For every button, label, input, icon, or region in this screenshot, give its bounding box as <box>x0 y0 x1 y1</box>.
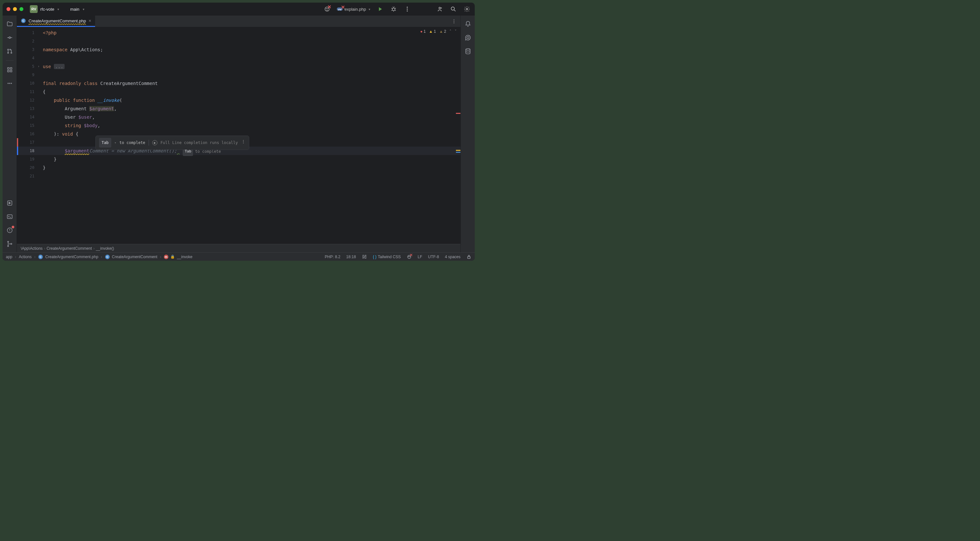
tab-close-icon[interactable]: × <box>89 18 91 23</box>
project-name[interactable]: rfc-vote <box>40 7 54 12</box>
chevron-right-icon: › <box>101 255 102 259</box>
maximize-window-button[interactable] <box>19 7 23 11</box>
svg-point-46 <box>408 256 409 257</box>
notifications-tool-icon[interactable] <box>461 18 474 30</box>
nav-segment[interactable]: CreateArgumentComment <box>46 246 92 251</box>
line-number: 5› <box>17 62 40 71</box>
readonly-toggle-icon[interactable] <box>466 254 471 259</box>
svg-point-12 <box>439 7 441 9</box>
line-number: 19 <box>17 155 40 163</box>
svg-point-17 <box>8 52 8 53</box>
svg-point-37 <box>243 140 244 141</box>
nav-segment[interactable]: \App\Actions <box>21 246 43 251</box>
prettier-icon[interactable] <box>362 254 367 259</box>
close-window-button[interactable] <box>6 7 10 11</box>
svg-point-36 <box>453 22 455 23</box>
svg-point-35 <box>453 21 455 22</box>
problems-tool-icon[interactable] <box>3 224 16 236</box>
folded-region[interactable]: ... <box>54 64 65 69</box>
window-controls <box>6 7 23 11</box>
breadcrumb-segment[interactable]: app <box>6 255 12 259</box>
file-encoding[interactable]: UTF-8 <box>428 255 439 259</box>
line-number: 11 <box>17 87 40 96</box>
ai-chat-tool-icon[interactable] <box>461 32 474 43</box>
debug-button[interactable] <box>390 5 398 13</box>
line-number: 21 <box>17 172 40 180</box>
run-button[interactable] <box>376 5 384 13</box>
indent-setting[interactable]: 4 spaces <box>445 255 460 259</box>
chevron-right-icon: › <box>44 246 45 251</box>
line-number: 1 <box>17 29 40 37</box>
ai-assistant-icon[interactable] <box>323 5 331 13</box>
commit-tool-icon[interactable] <box>3 32 16 43</box>
svg-point-30 <box>8 246 8 246</box>
error-stripe[interactable] <box>456 27 460 244</box>
run-config-dropdown-icon[interactable]: ▾ <box>369 8 370 11</box>
php-class-icon: C <box>38 254 43 259</box>
cursor-position[interactable]: 18:18 <box>346 255 356 259</box>
terminal-tool-icon[interactable] <box>3 211 16 222</box>
more-actions-icon[interactable] <box>403 5 411 13</box>
settings-icon[interactable] <box>463 5 471 13</box>
chevron-right-icon: › <box>34 255 35 259</box>
php-version[interactable]: PHP: 8.2 <box>325 255 340 259</box>
vcs-tool-icon[interactable] <box>3 238 16 250</box>
svg-point-31 <box>11 243 12 244</box>
breadcrumb-segment[interactable]: CreateArgumentComment.php <box>45 255 98 259</box>
svg-point-23 <box>8 83 8 84</box>
breadcrumb-segment[interactable]: Actions <box>19 255 32 259</box>
branch-name[interactable]: main <box>70 7 79 12</box>
breadcrumb-segment[interactable]: CreateArgumentComment <box>112 255 158 259</box>
svg-point-39 <box>243 143 244 143</box>
project-avatar: RV <box>30 5 38 13</box>
svg-point-25 <box>11 83 12 84</box>
lock-icon: 🔒 <box>170 255 175 259</box>
search-icon[interactable] <box>449 5 457 13</box>
method-icon: m <box>164 255 169 259</box>
line-number: 13 <box>17 105 40 113</box>
svg-point-14 <box>466 8 468 10</box>
local-completion-icon: ◐ <box>152 140 158 145</box>
line-number: 20 <box>17 163 40 172</box>
svg-point-24 <box>9 83 10 84</box>
svg-point-38 <box>243 141 244 142</box>
php-file-icon: php <box>337 7 343 11</box>
svg-point-29 <box>8 241 8 242</box>
ai-status-icon[interactable] <box>407 254 412 259</box>
tailwind-status[interactable]: { }Tailwind CSS <box>373 255 401 259</box>
project-tool-icon[interactable] <box>3 18 16 30</box>
more-tools-icon[interactable] <box>3 78 16 89</box>
tab-key-label: Tab <box>99 138 111 148</box>
tabs-menu-icon[interactable] <box>447 16 460 27</box>
breadcrumb-segment[interactable]: __invoke <box>177 255 192 259</box>
svg-point-4 <box>326 8 326 9</box>
editor-tab-active[interactable]: C CreateArgumentComment.php × <box>17 16 95 27</box>
line-number: 17 <box>17 138 40 147</box>
line-number: 3 <box>17 45 40 54</box>
run-config-selector[interactable]: php explain.php ▾ <box>337 7 371 12</box>
fold-chevron-icon[interactable]: › <box>38 62 40 71</box>
code-content[interactable]: <?php namespace App\Actions; use ... fin… <box>40 27 460 244</box>
run-config-label: explain.php <box>345 7 366 12</box>
chevron-right-icon: › <box>15 255 16 259</box>
project-dropdown-icon[interactable]: ▾ <box>57 8 59 11</box>
line-number: 9 <box>17 71 40 79</box>
completion-menu-icon[interactable] <box>241 138 246 147</box>
svg-point-13 <box>451 7 454 10</box>
code-with-me-icon[interactable] <box>436 5 444 13</box>
database-tool-icon[interactable] <box>461 45 474 57</box>
branch-dropdown-icon[interactable]: ▾ <box>83 8 84 11</box>
minimize-window-button[interactable] <box>13 7 17 11</box>
structure-tool-icon[interactable] <box>3 64 16 76</box>
svg-rect-21 <box>8 70 9 72</box>
line-separator[interactable]: LF <box>418 255 422 259</box>
navigation-bar[interactable]: \App\Actions › CreateArgumentComment › _… <box>17 244 460 252</box>
services-tool-icon[interactable] <box>3 197 16 209</box>
svg-rect-27 <box>7 215 12 219</box>
chevron-down-icon[interactable]: ▾ <box>115 138 116 147</box>
code-editor[interactable]: ●1 ▲1 ▲2 ˄ ˅ 1 2 3 4 5› 9 10 11 12 <box>17 27 460 244</box>
nav-segment[interactable]: __invoke() <box>96 246 114 251</box>
svg-text:C: C <box>40 255 42 259</box>
pull-requests-icon[interactable] <box>3 45 16 57</box>
line-number: 2 <box>17 37 40 45</box>
